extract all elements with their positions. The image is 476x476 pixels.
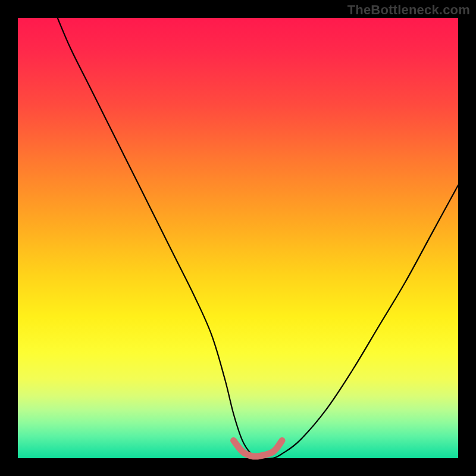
- bottleneck-curve-path: [58, 18, 458, 459]
- chart-frame: TheBottleneck.com: [0, 0, 476, 476]
- chart-svg: [18, 18, 458, 458]
- optimal-band-path: [234, 440, 282, 456]
- chart-plot-area: [18, 18, 458, 458]
- watermark-text: TheBottleneck.com: [347, 2, 470, 18]
